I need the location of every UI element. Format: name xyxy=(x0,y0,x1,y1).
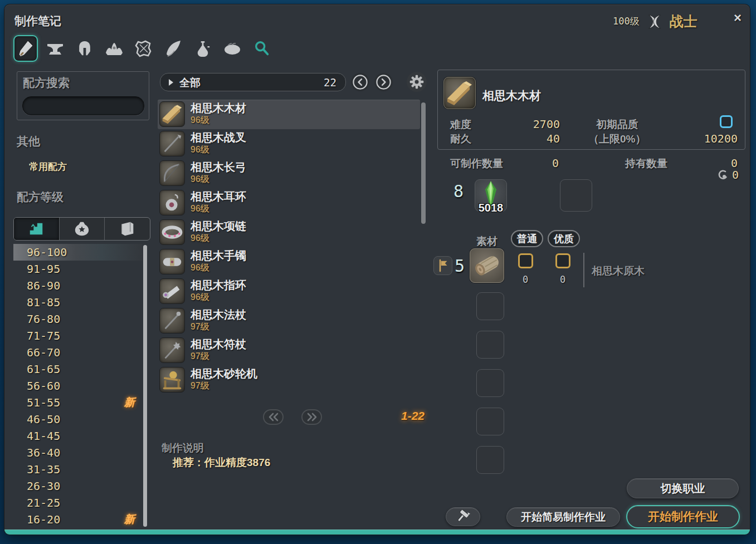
craft-note-text: 推荐：作业精度3876 xyxy=(173,455,270,470)
recipe-name: 相思木长弓 xyxy=(191,160,246,175)
page-prev-button[interactable] xyxy=(263,409,284,425)
tiara-icon xyxy=(104,40,124,57)
level-range-item[interactable]: 56-60 xyxy=(13,378,143,394)
level-range-label: 41-45 xyxy=(13,429,60,443)
search-icon xyxy=(253,40,270,57)
tab-by-book[interactable] xyxy=(104,218,150,240)
helmet-icon xyxy=(76,40,93,57)
level-filter-tab-bar xyxy=(13,217,150,241)
job-name: 战士 xyxy=(670,12,698,31)
level-range-label: 66-70 xyxy=(13,346,60,359)
level-range-item[interactable]: 86-90 xyxy=(13,277,143,294)
switch-job-button[interactable]: 切换职业 xyxy=(627,478,739,498)
hq-quantity-value: 0 xyxy=(553,274,572,285)
recipe-name: 相思木木材 xyxy=(191,101,246,116)
tab-alchemist[interactable] xyxy=(191,35,215,62)
crafting-log-window: 制作笔记 100级 战士 × xyxy=(4,4,750,535)
level-range-label: 81-85 xyxy=(13,296,60,309)
recipe-item[interactable]: 相思木长弓 96级 xyxy=(158,159,420,188)
recipe-item[interactable]: 相思木项链 96级 xyxy=(158,218,420,247)
recipe-level: 96级 xyxy=(191,174,209,185)
material-divider xyxy=(583,253,584,287)
difficulty-value: 2700 xyxy=(489,117,560,131)
empty-material-slot xyxy=(476,408,504,435)
recipe-level: 96级 xyxy=(191,144,209,156)
settings-button[interactable] xyxy=(407,72,427,92)
staff-item-icon xyxy=(159,308,185,334)
page-title: 制作笔记 xyxy=(14,13,61,29)
close-icon[interactable]: × xyxy=(730,10,745,26)
hq-button[interactable]: 优质 xyxy=(548,230,580,247)
level-range-item[interactable]: 81-85 xyxy=(13,294,143,311)
recipe-item[interactable]: 相思木符杖 97级 xyxy=(158,336,420,365)
log-material-slot[interactable] xyxy=(470,248,504,283)
recipe-item[interactable]: 相思木指环 96级 xyxy=(158,277,420,306)
tab-armorer[interactable] xyxy=(72,35,97,62)
search-input[interactable] xyxy=(22,96,144,115)
level-range-item[interactable]: 96-100 xyxy=(13,244,143,261)
level-range-label: 46-50 xyxy=(13,413,60,426)
quick-synthesis-button[interactable]: 开始简易制作作业 xyxy=(506,507,620,527)
needle-icon xyxy=(164,40,182,57)
prev-category-button[interactable] xyxy=(351,73,369,91)
tab-weaver[interactable] xyxy=(161,35,186,62)
level-range-item[interactable]: 21-25 xyxy=(13,494,143,511)
material-marker-button[interactable] xyxy=(433,256,452,275)
level-range-item[interactable]: 46-50 xyxy=(13,411,143,428)
level-range-item[interactable]: 41-45 xyxy=(13,428,143,444)
recipe-list-scrollbar[interactable] xyxy=(421,102,426,224)
tab-by-level[interactable] xyxy=(14,218,59,240)
recipe-filter-dropdown[interactable]: 全部 22 xyxy=(160,73,346,91)
tab-blacksmith[interactable] xyxy=(43,35,67,62)
next-category-button[interactable] xyxy=(374,73,393,91)
recipe-name: 相思木砂轮机 xyxy=(191,366,257,381)
window-focus-bar xyxy=(4,530,750,535)
level-range-item[interactable]: 76-80 xyxy=(13,311,143,327)
level-range-item[interactable]: 91-95 xyxy=(13,261,143,277)
recipe-item[interactable]: 相思木木材 96级 xyxy=(158,100,420,129)
retainer-held-value: 0 xyxy=(730,168,739,182)
nq-quantity-stepper[interactable] xyxy=(518,253,533,268)
crystal-required-qty: 8 xyxy=(453,182,464,201)
recipe-search-title: 配方搜索 xyxy=(23,75,70,91)
recipe-item[interactable]: 相思木法杖 97级 xyxy=(158,306,420,336)
tab-carpenter[interactable] xyxy=(13,35,38,62)
tab-search[interactable] xyxy=(250,35,274,62)
synthesize-button[interactable]: 开始制作作业 xyxy=(626,505,740,528)
cane-item-icon xyxy=(159,337,185,363)
hq-quantity-stepper[interactable] xyxy=(555,253,570,268)
alembic-icon xyxy=(194,40,211,57)
recipe-item[interactable]: 相思木手镯 96级 xyxy=(158,247,420,277)
level-range-item[interactable]: 31-35 xyxy=(13,461,143,478)
trial-synthesis-button[interactable] xyxy=(446,507,480,526)
recipe-item[interactable]: 相思木耳环 96级 xyxy=(158,188,420,218)
hq-checkbox[interactable] xyxy=(720,115,733,128)
level-range-item[interactable]: 66-70 xyxy=(13,344,143,361)
level-range-item[interactable]: 36-40 xyxy=(13,444,143,461)
level-range-item[interactable]: 51-55新 xyxy=(13,394,143,411)
recipe-item[interactable]: 相思木砂轮机 97级 xyxy=(158,365,420,395)
level-range-item[interactable]: 16-20新 xyxy=(13,511,143,528)
page-next-button[interactable] xyxy=(301,409,322,425)
nq-quantity-value: 0 xyxy=(516,274,535,285)
lumber-item-icon-large xyxy=(443,77,476,109)
tab-by-reward[interactable] xyxy=(59,218,105,240)
sidebar-scrollbar[interactable] xyxy=(143,245,147,527)
nq-button[interactable]: 普通 xyxy=(511,230,543,247)
gear-icon xyxy=(409,74,425,90)
craft-note-title: 制作说明 xyxy=(162,441,204,455)
favorite-recipes-link[interactable]: 常用配方 xyxy=(29,160,67,173)
level-range-item[interactable]: 26-30 xyxy=(13,478,143,494)
job-level: 100级 xyxy=(613,15,640,28)
tab-culinarian[interactable] xyxy=(220,35,245,62)
level-range-label: 31-35 xyxy=(13,463,60,476)
recipe-item[interactable]: 相思木战叉 96级 xyxy=(158,129,420,159)
tab-leatherworker[interactable] xyxy=(131,35,156,62)
level-range-item[interactable]: 61-65 xyxy=(13,361,143,378)
level-range-label: 56-60 xyxy=(13,379,60,393)
materials-label: 素材 xyxy=(476,234,498,249)
material-required-qty: 5 xyxy=(455,256,465,276)
tab-goldsmith[interactable] xyxy=(102,35,126,62)
moneybag-icon xyxy=(74,220,90,237)
level-range-item[interactable]: 71-75 xyxy=(13,327,143,344)
